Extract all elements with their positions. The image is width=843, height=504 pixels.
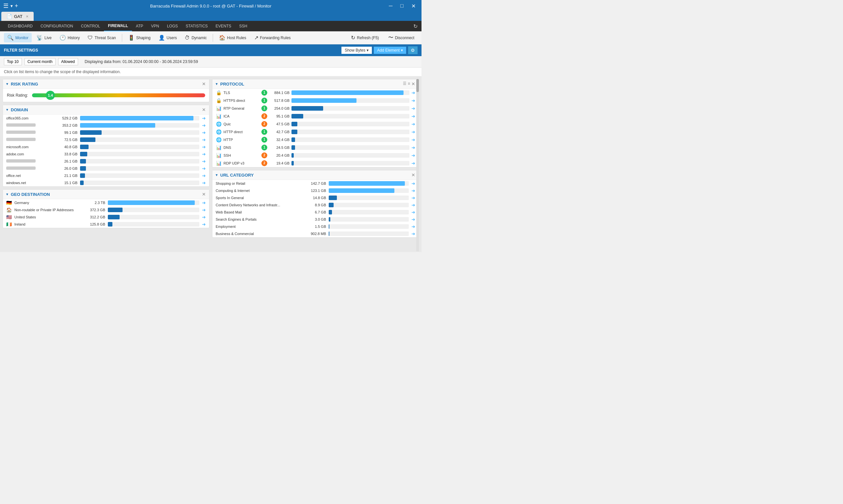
history-button[interactable]: 🕐 History xyxy=(56,33,83,42)
url-category-row[interactable]: Computing & Internet123.1 GB➜ xyxy=(212,187,418,194)
url-category-navigate-icon[interactable]: ➜ xyxy=(411,195,415,200)
threat-scan-button[interactable]: 🛡 Threat Scan xyxy=(84,33,119,42)
domain-row[interactable]: 26.0 GB➜ xyxy=(3,165,209,172)
refresh-nav-button[interactable]: ↻ xyxy=(413,23,417,30)
protocol-row[interactable]: 🌐Quic247.5 GB➜ xyxy=(212,120,418,128)
top-select[interactable]: Top 10 xyxy=(4,58,22,65)
url-category-row[interactable]: Shopping or Retail142.7 GB➜ xyxy=(212,180,418,187)
nav-statistics[interactable]: STATISTICS xyxy=(182,21,212,31)
protocol-row[interactable]: 📊DNS124.5 GB➜ xyxy=(212,144,418,151)
maximize-button[interactable]: □ xyxy=(398,2,406,10)
forwarding-rules-button[interactable]: ↗ Forwarding Rules xyxy=(251,33,294,42)
protocol-navigate-icon[interactable]: ➜ xyxy=(411,161,415,166)
domain-row[interactable]: 99.1 GB➜ xyxy=(3,129,209,136)
protocol-navigate-icon[interactable]: ➜ xyxy=(411,98,415,103)
geo-destination-chevron[interactable]: ▾ xyxy=(6,192,8,197)
tab-close-button[interactable]: ✕ xyxy=(26,15,29,18)
hamburger-menu[interactable]: ☰ xyxy=(3,2,8,10)
protocol-row[interactable]: 🌐HTTP direct142.7 GB➜ xyxy=(212,128,418,136)
domain-navigate-icon[interactable]: ➜ xyxy=(202,115,206,121)
protocol-navigate-icon[interactable]: ➜ xyxy=(411,153,415,158)
nav-firewall[interactable]: FIREWALL xyxy=(104,21,132,31)
monitor-button[interactable]: 🔍 Monitor xyxy=(4,33,32,42)
status-select[interactable]: Allowed xyxy=(58,58,78,65)
domain-row[interactable]: office.net21.1 GB➜ xyxy=(3,172,209,179)
protocol-navigate-icon[interactable]: ➜ xyxy=(411,106,415,111)
domain-navigate-icon[interactable]: ➜ xyxy=(202,137,206,142)
period-select[interactable]: Current month xyxy=(24,58,55,65)
domain-navigate-icon[interactable]: ➜ xyxy=(202,151,206,157)
protocol-row[interactable]: 📊RDP UDP v3219.4 GB➜ xyxy=(212,159,418,167)
protocol-navigate-icon[interactable]: ➜ xyxy=(411,122,415,127)
geo-navigate-icon[interactable]: ➜ xyxy=(202,207,206,213)
protocol-navigate-icon[interactable]: ➜ xyxy=(411,137,415,142)
domain-row[interactable]: microsoft.com40.8 GB➜ xyxy=(3,143,209,150)
url-category-row[interactable]: Content Delivery Networks and Infrastr..… xyxy=(212,201,418,209)
filter-settings-button[interactable]: ⚙ xyxy=(408,46,417,54)
domain-row[interactable]: 72.5 GB➜ xyxy=(3,136,209,143)
minimize-button[interactable]: ─ xyxy=(386,2,395,10)
back-button[interactable]: ▾ xyxy=(11,3,13,8)
domain-navigate-icon[interactable]: ➜ xyxy=(202,159,206,164)
live-button[interactable]: 📡 Live xyxy=(33,33,55,42)
protocol-list-view-button[interactable]: ☰ xyxy=(403,81,407,87)
host-rules-button[interactable]: 🏠 Host Rules xyxy=(216,33,250,42)
protocol-chevron[interactable]: ▾ xyxy=(216,82,218,86)
domain-navigate-icon[interactable]: ➜ xyxy=(202,173,206,178)
protocol-row[interactable]: 🌐HTTP132.4 GB➜ xyxy=(212,136,418,144)
nav-vpn[interactable]: VPN xyxy=(147,21,163,31)
close-button[interactable]: ✕ xyxy=(409,2,418,10)
domain-navigate-icon[interactable]: ➜ xyxy=(202,166,206,171)
add-element-button[interactable]: Add Element ▾ xyxy=(374,47,406,54)
geo-destination-close[interactable]: ✕ xyxy=(202,192,206,197)
tab-gat[interactable]: 📄 GAT ✕ xyxy=(1,12,34,21)
show-bytes-button[interactable]: Show Bytes ▾ xyxy=(341,47,372,54)
nav-events[interactable]: EVENTS xyxy=(212,21,235,31)
geo-navigate-icon[interactable]: ➜ xyxy=(202,200,206,205)
domain-row[interactable]: 353.2 GB➜ xyxy=(3,122,209,129)
domain-navigate-icon[interactable]: ➜ xyxy=(202,130,206,135)
url-category-navigate-icon[interactable]: ➜ xyxy=(411,210,415,215)
new-tab-button[interactable]: + xyxy=(15,3,18,10)
url-category-row[interactable]: Employment1.5 GB➜ xyxy=(212,223,418,230)
geo-navigate-icon[interactable]: ➜ xyxy=(202,214,206,220)
domain-row[interactable]: office365.com529.2 GB➜ xyxy=(3,114,209,122)
scroll-thumb[interactable] xyxy=(416,79,419,92)
geo-row[interactable]: 🇺🇸United States312.2 GB➜ xyxy=(3,214,209,221)
protocol-row[interactable]: 🔒TLS1884.1 GB➜ xyxy=(212,89,418,96)
geo-row[interactable]: 🏠Non-routable or Private IP Addresses372… xyxy=(3,206,209,214)
domain-navigate-icon[interactable]: ➜ xyxy=(202,144,206,149)
domain-navigate-icon[interactable]: ➜ xyxy=(202,180,206,185)
risk-rating-chevron[interactable]: ▾ xyxy=(6,82,8,86)
domain-chevron[interactable]: ▾ xyxy=(6,107,8,112)
url-category-row[interactable]: Search Engines & Portals3.0 GB➜ xyxy=(212,216,418,223)
protocol-row[interactable]: 🔒HTTPS direct1517.8 GB➜ xyxy=(212,96,418,105)
scrollbar[interactable] xyxy=(416,79,419,251)
disconnect-button[interactable]: 〜 Disconnect xyxy=(385,33,417,43)
url-category-navigate-icon[interactable]: ➜ xyxy=(411,202,415,208)
protocol-close[interactable]: ✕ xyxy=(411,81,415,87)
geo-row[interactable]: 🇩🇪Germany2.3 TB➜ xyxy=(3,199,209,206)
refresh-button[interactable]: ↻ Refresh (F5) xyxy=(348,33,382,42)
url-category-navigate-icon[interactable]: ➜ xyxy=(411,231,415,236)
domain-close[interactable]: ✕ xyxy=(202,107,206,112)
url-category-navigate-icon[interactable]: ➜ xyxy=(411,188,415,193)
domain-row[interactable]: adobe.com33.8 GB➜ xyxy=(3,150,209,158)
nav-dashboard[interactable]: DASHBOARD xyxy=(4,21,37,31)
url-category-close[interactable]: ✕ xyxy=(411,172,415,178)
protocol-navigate-icon[interactable]: ➜ xyxy=(411,129,415,134)
protocol-row[interactable]: 📊SSH220.4 GB➜ xyxy=(212,151,418,159)
geo-row[interactable]: 🇮🇪Ireland125.8 GB➜ xyxy=(3,221,209,228)
shaping-button[interactable]: 🚦 Shaping xyxy=(125,33,154,42)
url-category-chevron[interactable]: ▾ xyxy=(216,173,218,177)
users-button[interactable]: 👤 Users xyxy=(155,33,180,42)
url-category-navigate-icon[interactable]: ➜ xyxy=(411,224,415,229)
url-category-row[interactable]: Business & Commercial902.8 MB➜ xyxy=(212,230,418,237)
nav-ssh[interactable]: SSH xyxy=(235,21,251,31)
url-category-navigate-icon[interactable]: ➜ xyxy=(411,181,415,186)
domain-row[interactable]: 26.1 GB➜ xyxy=(3,158,209,165)
domain-row[interactable]: windows.net15.1 GB➜ xyxy=(3,179,209,186)
protocol-navigate-icon[interactable]: ➜ xyxy=(411,145,415,150)
nav-control[interactable]: CONTROL xyxy=(77,21,104,31)
nav-atp[interactable]: ATP xyxy=(132,21,147,31)
